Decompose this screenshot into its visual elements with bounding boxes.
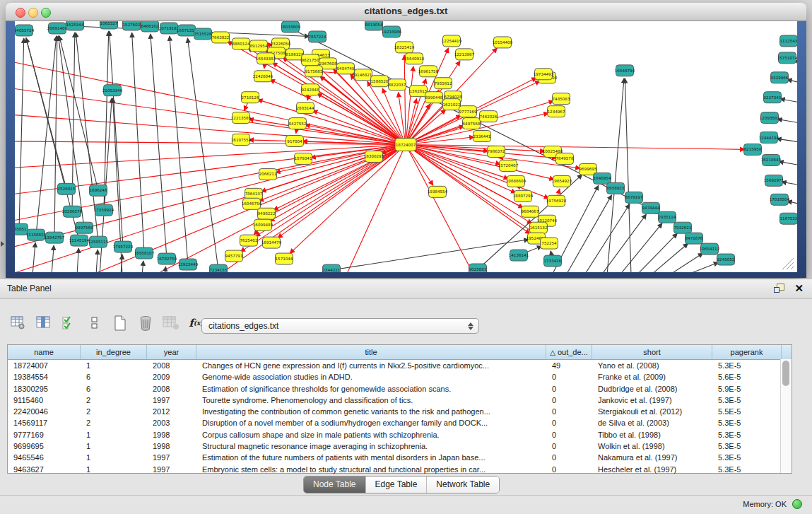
- citation-edge[interactable]: [625, 78, 631, 272]
- graph-node[interactable]: 9329966: [771, 72, 789, 83]
- cell-in_degree[interactable]: 1: [81, 464, 147, 475]
- graph-node[interactable]: 17957223: [113, 241, 134, 252]
- table-row[interactable]: 1830029562008Estimation of significance …: [8, 383, 792, 395]
- cell-name[interactable]: 22420046: [8, 406, 81, 417]
- cell-title[interactable]: Changes of HCN gene expression and I(f) …: [196, 360, 546, 371]
- graph-node[interactable]: 13942757: [45, 232, 65, 243]
- graph-node[interactable]: 18325419: [394, 42, 415, 53]
- graph-node[interactable]: 2336441: [473, 131, 491, 142]
- table-settings-icon[interactable]: [8, 314, 28, 333]
- cell-year[interactable]: 1998: [147, 440, 196, 452]
- column-header-year[interactable]: year: [147, 345, 196, 359]
- graph-node[interactable]: 16046756: [242, 198, 262, 209]
- graph-node[interactable]: 18807299: [513, 190, 534, 201]
- citation-edge[interactable]: [340, 145, 406, 272]
- select-all-columns-icon[interactable]: [59, 314, 78, 333]
- graph-node[interactable]: 16543382: [256, 53, 276, 64]
- cell-in_degree[interactable]: 1: [81, 452, 147, 463]
- graph-node[interactable]: 16961758: [418, 66, 439, 77]
- table-row[interactable]: 946362711997Embryonic stem cells: a mode…: [8, 464, 792, 475]
- cell-short[interactable]: Stergiakouli et al. (2012): [592, 406, 712, 417]
- cell-name[interactable]: 19384554: [8, 371, 81, 382]
- graph-node[interactable]: 19654923: [552, 175, 572, 187]
- cell-title[interactable]: Disruption of a novel member of a sodium…: [196, 417, 546, 428]
- cell-out_de[interactable]: 49: [546, 360, 592, 371]
- graph-node[interactable]: 20691406: [47, 23, 68, 34]
- graph-node[interactable]: 1065327: [100, 21, 118, 29]
- graph-node[interactable]: 9474444: [642, 202, 660, 214]
- graph-node[interactable]: 9821750: [302, 54, 319, 66]
- graph-node[interactable]: 1588520: [371, 76, 389, 87]
- graph-node[interactable]: 9777169: [459, 106, 477, 117]
- graph-node[interactable]: 7485083: [553, 93, 570, 105]
- graph-node[interactable]: 9457791: [225, 250, 243, 262]
- graph-node[interactable]: 9242848: [302, 84, 319, 95]
- citation-edge[interactable]: [777, 119, 797, 123]
- network-window[interactable]: citations_edges.txt 18724007886012489129…: [6, 3, 806, 278]
- citation-edge[interactable]: [258, 100, 406, 145]
- cell-title[interactable]: Estimation of significance thresholds fo…: [196, 383, 546, 395]
- citation-edge[interactable]: [273, 145, 406, 211]
- tab-network-table[interactable]: Network Table: [426, 477, 499, 493]
- graph-node[interactable]: 9684067: [522, 206, 539, 217]
- cell-short[interactable]: Franke et al. (2009): [592, 371, 712, 382]
- table-row[interactable]: 911546021997Tourette syndrome. Phenomeno…: [8, 395, 792, 406]
- column-header-short[interactable]: short: [592, 345, 712, 359]
- graph-node[interactable]: 1234967: [548, 106, 565, 117]
- cell-year[interactable]: 2008: [147, 360, 196, 371]
- citation-edge[interactable]: [478, 175, 582, 269]
- graph-node[interactable]: 17016504: [770, 194, 790, 205]
- cell-in_degree[interactable]: 1: [81, 440, 147, 452]
- graph-node[interactable]: 7462026: [480, 111, 498, 122]
- cell-pagerank[interactable]: 5.3E-5: [712, 417, 782, 428]
- citation-edge[interactable]: [54, 36, 57, 238]
- graph-node[interactable]: 19734493: [534, 69, 554, 80]
- cell-short[interactable]: Tibbo et al. (1998): [592, 429, 712, 440]
- citation-edge[interactable]: [19, 38, 24, 229]
- citation-edge[interactable]: [170, 36, 188, 264]
- column-header-name[interactable]: name: [8, 345, 81, 359]
- cell-year[interactable]: 1997: [147, 464, 196, 475]
- graph-node[interactable]: 6466162: [141, 21, 159, 32]
- citation-edge[interactable]: [96, 250, 98, 272]
- graph-node[interactable]: 22420046: [253, 71, 273, 82]
- graph-node[interactable]: 19218986: [382, 26, 402, 37]
- cell-year[interactable]: 2012: [147, 406, 196, 417]
- cell-year[interactable]: 2009: [147, 371, 196, 382]
- graph-node[interactable]: 15692971: [764, 175, 784, 186]
- graph-node[interactable]: 16210643: [761, 154, 782, 165]
- graph-node[interactable]: 9245052: [717, 254, 735, 265]
- cell-out_de[interactable]: 0: [546, 429, 592, 440]
- citation-edge[interactable]: [132, 33, 144, 253]
- cell-name[interactable]: 9699695: [8, 440, 81, 452]
- table-selector-dropdown[interactable]: citations_edges.txt: [201, 318, 479, 334]
- citation-edge[interactable]: [142, 261, 143, 272]
- graph-node[interactable]: 10688609: [506, 175, 526, 187]
- graph-node[interactable]: 7663822: [212, 32, 230, 43]
- delete-table-icon[interactable]: [136, 314, 155, 333]
- graph-node[interactable]: 9498222: [258, 208, 276, 219]
- graph-node[interactable]: 8471676: [686, 233, 703, 244]
- table-row[interactable]: 1456911722003Disruption of a novel membe…: [8, 417, 792, 428]
- graph-node[interactable]: 9146821: [355, 69, 372, 81]
- cell-title[interactable]: Estimation of the future numbers of pati…: [196, 452, 546, 463]
- graph-node[interactable]: 11145194: [69, 235, 90, 246]
- cell-name[interactable]: 9115460: [8, 395, 81, 406]
- graph-node[interactable]: 18724007: [395, 139, 416, 151]
- graph-node[interactable]: 917004: [286, 136, 304, 147]
- graph-node[interactable]: 7234155: [210, 264, 228, 272]
- window-titlebar[interactable]: citations_edges.txt: [6, 3, 806, 21]
- cell-short[interactable]: de Silva et al. (2003): [592, 417, 712, 428]
- graph-node[interactable]: 7932621: [674, 222, 692, 233]
- graph-node[interactable]: 16958107: [134, 247, 155, 259]
- cell-short[interactable]: Jankovic et al. (1997): [592, 395, 712, 406]
- graph-node[interactable]: 1625344: [66, 21, 84, 30]
- graph-node[interactable]: 7849578: [556, 153, 574, 164]
- graph-node[interactable]: 1733426: [544, 255, 562, 267]
- cell-out_de[interactable]: 0: [546, 464, 592, 475]
- graph-node[interactable]: 20206576: [62, 206, 83, 217]
- graph-node[interactable]: 16033809: [281, 21, 301, 33]
- cell-short[interactable]: Hescheler et al. (1997): [592, 464, 712, 475]
- graph-node[interactable]: 9175685: [305, 66, 323, 77]
- citation-edge[interactable]: [406, 145, 530, 234]
